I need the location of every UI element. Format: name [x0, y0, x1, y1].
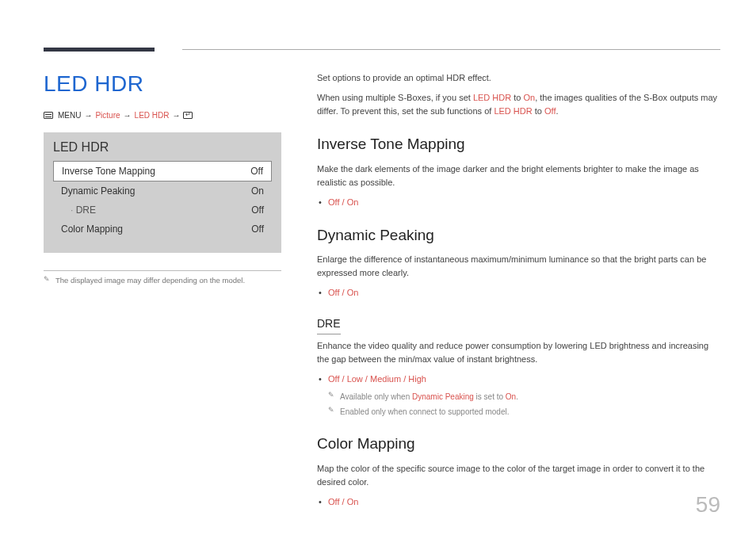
opt-dp: Off / On [328, 288, 358, 297]
breadcrumb: MENU → Picture → LED HDR → [44, 111, 281, 120]
panel-row[interactable]: Inverse Tone MappingOff [53, 161, 272, 182]
heading-dynamic-peaking: Dynamic Peaking [317, 224, 720, 246]
heading-color-mapping: Color Mapping [317, 432, 720, 455]
note-icon [44, 277, 52, 285]
desc-itm: Make the dark elements of the image dark… [317, 162, 720, 189]
intro-2: When using multiple S-Boxes, if you set … [317, 91, 720, 118]
opt-cm: Off / On [328, 497, 358, 506]
opt-dre: Off / Low / Medium / High [328, 374, 426, 384]
model-note: The displayed image may differ depending… [44, 276, 281, 285]
panel-row[interactable]: Dynamic PeakingOn [53, 182, 272, 201]
heading-inverse-tone-mapping: Inverse Tone Mapping [317, 132, 720, 155]
intro-1: Set options to provide an optimal HDR ef… [317, 71, 720, 85]
settings-panel: LED HDR Inverse Tone MappingOffDynamic P… [44, 132, 281, 253]
panel-row-label: Inverse Tone Mapping [62, 166, 155, 177]
panel-row-label: Dynamic Peaking [61, 185, 135, 197]
panel-row-value: Off [251, 224, 264, 235]
note-icon [328, 407, 336, 415]
crumb-picture: Picture [95, 111, 120, 120]
page-number: 59 [696, 492, 720, 518]
menu-icon [44, 112, 53, 119]
note-icon [328, 392, 336, 399]
panel-row[interactable]: Color MappingOff [53, 220, 272, 239]
crumb-menu: MENU [58, 111, 81, 120]
desc-dre: Enhance the video quality and reduce pow… [317, 339, 720, 366]
page-title: LED HDR [44, 71, 281, 97]
heading-dre: DRE [317, 315, 341, 334]
desc-dp: Enlarge the difference of instantaneous … [317, 253, 720, 280]
panel-row[interactable]: DREOff [53, 201, 272, 220]
panel-row-value: Off [251, 204, 264, 216]
panel-row-label: Color Mapping [61, 224, 123, 235]
panel-row-label: DRE [61, 204, 96, 216]
opt-itm: Off / On [328, 197, 358, 207]
desc-cm: Map the color of the specific source ima… [317, 462, 720, 489]
panel-title: LED HDR [53, 140, 272, 155]
crumb-ledhdr: LED HDR [135, 111, 170, 120]
enter-icon [183, 112, 193, 119]
dre-note-2: Enabled only when connect to supported m… [317, 406, 720, 418]
panel-row-value: On [251, 185, 264, 197]
panel-row-value: Off [250, 166, 263, 177]
dre-note-1: Available only when Dynamic Peaking is s… [317, 391, 720, 403]
